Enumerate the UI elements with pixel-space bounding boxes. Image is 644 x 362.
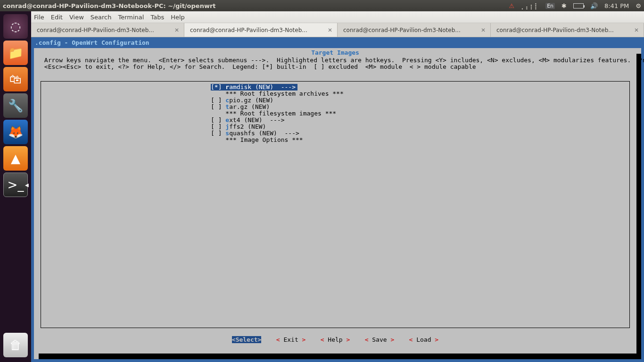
- select-button[interactable]: <Select>: [232, 336, 262, 343]
- wifi-icon[interactable]: ⡀⡄⡆⡇: [521, 2, 539, 9]
- close-icon[interactable]: ✕: [481, 27, 486, 33]
- menu-box: [*] ramdisk (NEW) ---> *** Root filesyst…: [41, 81, 630, 328]
- close-icon[interactable]: ✕: [174, 27, 179, 33]
- tab-bar: conrad@conrad-HP-Pavilion-dm3-Noteb...✕ …: [31, 23, 644, 37]
- menu-item[interactable]: *** Image Options ***: [41, 137, 629, 143]
- menu-item[interactable]: [ ] ext4 (NEW) --->: [41, 117, 629, 123]
- close-icon[interactable]: ✕: [328, 27, 332, 33]
- tab-1[interactable]: conrad@conrad-HP-Pavilion-dm3-Noteb...✕: [184, 23, 338, 37]
- bluetooth-icon[interactable]: ✱: [561, 2, 567, 9]
- firefox-icon[interactable]: 🦊: [3, 120, 28, 144]
- tab-0[interactable]: conrad@conrad-HP-Pavilion-dm3-Noteb...✕: [31, 23, 184, 37]
- menu-file[interactable]: File: [34, 14, 44, 21]
- menu-item[interactable]: *** Root filesystem archives ***: [41, 90, 629, 97]
- menu-search[interactable]: Search: [91, 14, 112, 21]
- warning-icon[interactable]: ⚠: [509, 2, 514, 9]
- gear-icon[interactable]: ⚙: [636, 2, 641, 9]
- unity-launcher: ◌ 📁 🛍 🔧 🦊 ▲ >_ ◀ 🗑: [0, 11, 31, 362]
- menu-terminal[interactable]: Terminal: [118, 14, 144, 21]
- menuconfig-dialog: Target Images Arrow keys navigate the me…: [34, 48, 636, 354]
- vlc-icon[interactable]: ▲: [3, 146, 28, 171]
- help-button[interactable]: < Help >: [321, 336, 350, 343]
- window-title: conrad@conrad-HP-Pavilion-dm3-Notebook-P…: [3, 2, 509, 9]
- menuconfig-screen: Target Images Arrow keys navigate the me…: [34, 48, 641, 359]
- help-text: Arrow keys navigate the menu. <Enter> se…: [34, 56, 636, 72]
- settings-icon[interactable]: 🔧: [3, 93, 28, 118]
- volume-icon[interactable]: 🔊: [590, 2, 598, 9]
- battery-icon[interactable]: [573, 3, 584, 8]
- terminal-window: File Edit View Search Terminal Tabs Help…: [31, 11, 644, 362]
- terminal-icon[interactable]: >_: [3, 173, 28, 197]
- button-bar: <Select> < Exit > < Help > < Save > < Lo…: [41, 336, 630, 343]
- menu-item[interactable]: [*] ramdisk (NEW) --->: [211, 84, 297, 90]
- save-button[interactable]: < Save >: [365, 336, 395, 343]
- exit-button[interactable]: < Exit >: [276, 336, 306, 343]
- active-app-indicator: ◀: [25, 182, 29, 188]
- software-center-icon[interactable]: 🛍: [3, 67, 28, 91]
- top-panel: conrad@conrad-HP-Pavilion-dm3-Notebook-P…: [0, 0, 644, 11]
- menu-edit[interactable]: Edit: [51, 14, 63, 21]
- menu-item[interactable]: [ ] squashfs (NEW) --->: [41, 130, 629, 137]
- config-title: .config - OpenWrt Configuration: [33, 39, 642, 47]
- clock[interactable]: 8:41 PM: [604, 2, 629, 9]
- indicator-area: ⚠ ⡀⡄⡆⡇ En ✱ 🔊 8:41 PM ⚙: [509, 2, 641, 9]
- trash-icon[interactable]: 🗑: [3, 333, 28, 357]
- terminal-viewport[interactable]: .config - OpenWrt Configuration Target I…: [31, 37, 644, 362]
- tab-3[interactable]: conrad@conrad-HP-Pavilion-dm3-Noteb...✕: [491, 23, 644, 37]
- menu-help[interactable]: Help: [171, 14, 185, 21]
- menu-item[interactable]: [ ] jffs2 (NEW): [41, 123, 629, 130]
- menu-tabs[interactable]: Tabs: [150, 14, 164, 21]
- tab-2[interactable]: conrad@conrad-HP-Pavilion-dm3-Noteb...✕: [338, 23, 491, 37]
- menu-item[interactable]: [ ] cpio.gz (NEW): [41, 97, 629, 104]
- load-button[interactable]: < Load >: [409, 336, 439, 343]
- close-icon[interactable]: ✕: [634, 27, 639, 33]
- dash-icon[interactable]: ◌: [3, 14, 28, 39]
- menu-view[interactable]: View: [69, 14, 84, 21]
- menu-item[interactable]: [ ] tar.gz (NEW): [41, 104, 629, 110]
- menu-item[interactable]: *** Root filesystem images ***: [41, 110, 629, 117]
- menubar: File Edit View Search Terminal Tabs Help: [31, 11, 644, 23]
- section-title: Target Images: [34, 48, 636, 56]
- keyboard-layout[interactable]: En: [545, 3, 555, 9]
- files-icon[interactable]: 📁: [3, 41, 28, 65]
